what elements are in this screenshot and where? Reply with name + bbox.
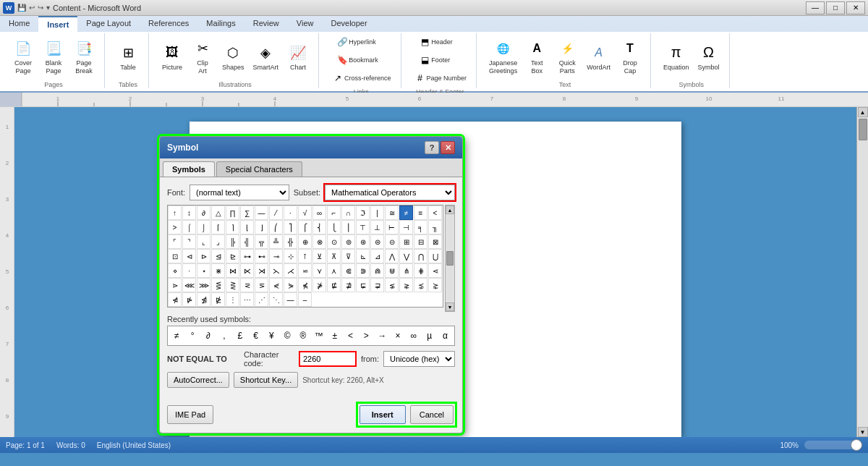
- dialog-close-button[interactable]: ✕: [441, 141, 455, 154]
- shortcut-key-button[interactable]: Shortcut Key...: [234, 372, 298, 388]
- symbol-cell[interactable]: ⊛: [356, 234, 370, 249]
- symbol-cell[interactable]: ⋖: [428, 263, 442, 278]
- symbol-cell[interactable]: ⋬: [197, 292, 210, 307]
- symbol-cell[interactable]: ⊤: [356, 220, 370, 234]
- symbol-cell[interactable]: ⋱: [269, 292, 283, 307]
- symbol-cell[interactable]: ⊚: [341, 234, 355, 249]
- symbol-cell[interactable]: ⊝: [385, 234, 399, 249]
- recently-used-cell[interactable]: ®: [296, 328, 311, 344]
- symbol-cell[interactable]: ⋍: [298, 263, 312, 278]
- symbol-cell[interactable]: ╩: [269, 234, 283, 249]
- quick-parts-button[interactable]: ⚡ QuickParts: [553, 35, 582, 77]
- symbol-cell[interactable]: ⎛: [269, 220, 283, 234]
- japanese-greetings-button[interactable]: 🌐 JapaneseGreetings: [485, 35, 521, 77]
- symbol-cell[interactable]: ⎪: [341, 220, 355, 234]
- symbol-cell[interactable]: ⋇: [211, 263, 225, 278]
- symbol-cell[interactable]: ⊹: [284, 249, 297, 263]
- tab-special-characters[interactable]: Special Characters: [216, 161, 302, 177]
- picture-button[interactable]: 🖼 Picture: [158, 40, 187, 74]
- symbol-cell[interactable]: ⎧: [298, 220, 312, 234]
- clip-art-button[interactable]: ✂ ClipArt: [188, 35, 217, 77]
- smartart-button[interactable]: ◈ SmartArt: [250, 40, 283, 74]
- drop-cap-button[interactable]: T DropCap: [616, 35, 644, 77]
- symbol-cell[interactable]: ∩: [341, 206, 355, 220]
- symbol-cell[interactable]: ⋩: [428, 278, 442, 292]
- tab-references[interactable]: References: [140, 16, 197, 32]
- scroll-down-button[interactable]: ▼: [446, 302, 454, 311]
- symbol-cell[interactable]: ⋤: [356, 278, 370, 292]
- symbol-cell[interactable]: ⊵: [226, 249, 239, 263]
- symbol-cell[interactable]: ⊢: [385, 220, 399, 234]
- tab-developer[interactable]: Developer: [322, 16, 375, 32]
- symbol-cell[interactable]: ⌡: [197, 220, 210, 234]
- recently-used-cell[interactable]: ™: [311, 328, 326, 344]
- symbol-cell[interactable]: ╣: [240, 234, 254, 249]
- symbol-cell[interactable]: ⋯: [240, 292, 254, 307]
- cross-reference-button[interactable]: ↗ Cross-reference: [328, 69, 395, 87]
- symbol-cell[interactable]: ≠: [399, 206, 413, 220]
- scroll-thumb-v[interactable]: [859, 119, 867, 140]
- symbol-cell[interactable]: ⊶: [240, 249, 254, 263]
- zoom-slider[interactable]: [804, 441, 862, 449]
- vertical-scrollbar[interactable]: ▲ ▼: [856, 107, 868, 437]
- tab-insert[interactable]: Insert: [38, 16, 77, 32]
- symbol-cell[interactable]: ⋜: [240, 278, 254, 292]
- footer-button[interactable]: ⬓ Footer: [414, 51, 465, 69]
- symbol-cell[interactable]: ≡: [414, 206, 427, 220]
- symbol-cell[interactable]: ⊺: [298, 249, 312, 263]
- symbol-cell[interactable]: ⌋: [255, 220, 268, 234]
- symbol-cell[interactable]: ⋞: [269, 278, 283, 292]
- symbol-cell[interactable]: ⋕: [414, 263, 427, 278]
- tab-view[interactable]: View: [288, 16, 323, 32]
- symbol-cell[interactable]: ⌊: [240, 220, 254, 234]
- recently-used-cell[interactable]: α: [438, 328, 453, 344]
- tab-symbols[interactable]: Symbols: [163, 161, 215, 177]
- symbol-cell[interactable]: ⋆: [197, 263, 210, 278]
- symbol-cell[interactable]: ⋭: [211, 292, 225, 307]
- symbol-cell[interactable]: ≅: [385, 206, 399, 220]
- recently-used-cell[interactable]: ∂: [201, 328, 216, 344]
- recently-used-cell[interactable]: ©: [280, 328, 295, 344]
- symbol-cell[interactable]: ⌝: [182, 234, 196, 249]
- symbol-cell[interactable]: ⊳: [197, 249, 210, 263]
- from-select[interactable]: Unicode (hex): [383, 351, 455, 367]
- symbol-cell[interactable]: ·: [284, 206, 297, 220]
- close-button[interactable]: ✕: [846, 1, 865, 14]
- symbol-cell[interactable]: –: [298, 292, 312, 307]
- symbol-cell[interactable]: ⋣: [341, 278, 355, 292]
- symbol-cell[interactable]: ⌐: [327, 206, 341, 220]
- symbol-cell[interactable]: ⌜: [168, 234, 182, 249]
- recently-used-cell[interactable]: ,: [216, 328, 231, 344]
- symbol-cell[interactable]: △: [211, 206, 225, 220]
- symbol-cell[interactable]: ╕: [414, 220, 427, 234]
- symbol-cell[interactable]: ⊽: [341, 249, 355, 263]
- symbol-cell[interactable]: ⊡: [168, 249, 182, 263]
- symbol-cell[interactable]: ⋌: [284, 263, 297, 278]
- symbol-cell[interactable]: ⋦: [385, 278, 399, 292]
- blank-page-button[interactable]: 📃 BlankPage: [39, 35, 68, 77]
- symbol-cell[interactable]: ⊴: [211, 249, 225, 263]
- autocorrect-button[interactable]: AutoCorrect...: [167, 372, 229, 388]
- recently-used-cell[interactable]: <: [343, 328, 358, 344]
- symbol-cell[interactable]: ⋫: [182, 292, 196, 307]
- symbol-cell[interactable]: ⊗: [312, 234, 326, 249]
- symbol-cell[interactable]: ⋏: [327, 263, 341, 278]
- symbol-cell[interactable]: ⋈: [226, 263, 239, 278]
- symbol-cell[interactable]: ⋁: [399, 249, 413, 263]
- symbol-cell[interactable]: ↑: [168, 206, 182, 220]
- symbol-cell[interactable]: ⋉: [240, 263, 254, 278]
- maximize-button[interactable]: □: [826, 1, 845, 14]
- dialog-help-button[interactable]: ?: [425, 141, 439, 154]
- zoom-thumb[interactable]: [851, 439, 862, 451]
- symbol-cell[interactable]: ⌈: [211, 220, 225, 234]
- symbol-cell[interactable]: ⊣: [399, 220, 413, 234]
- symbol-cell[interactable]: ⋋: [269, 263, 283, 278]
- symbol-cell[interactable]: ⋑: [356, 263, 370, 278]
- symbol-cell[interactable]: ⋪: [168, 292, 182, 307]
- symbol-cell[interactable]: ⋅: [182, 263, 196, 278]
- tab-page-layout[interactable]: Page Layout: [77, 16, 140, 32]
- chart-button[interactable]: 📈 Chart: [284, 40, 312, 74]
- symbol-cell[interactable]: ⊻: [312, 249, 326, 263]
- symbol-cell[interactable]: ⋡: [312, 278, 326, 292]
- symbol-cell[interactable]: <: [428, 206, 442, 220]
